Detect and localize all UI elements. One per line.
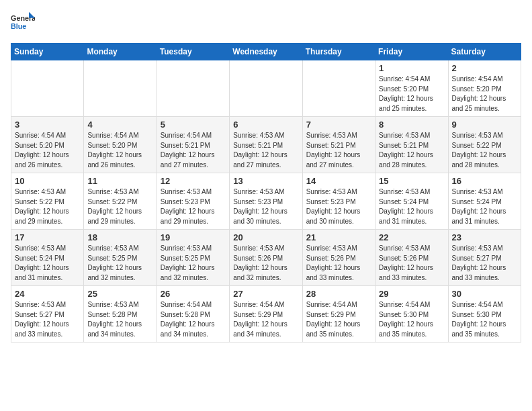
calendar-cell: 14Sunrise: 4:53 AM Sunset: 5:23 PM Dayli… [302, 173, 375, 230]
day-number: 10 [15, 176, 80, 186]
day-number: 15 [379, 176, 444, 186]
logo-icon: GeneralBlue [11, 11, 35, 35]
day-number: 1 [379, 63, 444, 73]
day-number: 20 [233, 232, 298, 242]
day-number: 5 [161, 120, 226, 130]
day-info: Sunrise: 4:53 AM Sunset: 5:26 PM Dayligh… [379, 244, 444, 283]
calendar-week-row: 24Sunrise: 4:53 AM Sunset: 5:27 PM Dayli… [11, 286, 521, 342]
calendar-cell: 27Sunrise: 4:54 AM Sunset: 5:29 PM Dayli… [230, 286, 302, 342]
weekday-header: Thursday [302, 44, 375, 60]
day-number: 23 [452, 232, 517, 242]
calendar-cell: 3Sunrise: 4:54 AM Sunset: 5:20 PM Daylig… [11, 117, 84, 173]
day-info: Sunrise: 4:54 AM Sunset: 5:21 PM Dayligh… [161, 131, 226, 170]
calendar-week-row: 17Sunrise: 4:53 AM Sunset: 5:24 PM Dayli… [11, 230, 521, 286]
day-info: Sunrise: 4:53 AM Sunset: 5:22 PM Dayligh… [15, 187, 80, 226]
day-info: Sunrise: 4:53 AM Sunset: 5:21 PM Dayligh… [233, 131, 298, 170]
day-number: 3 [15, 120, 80, 130]
day-info: Sunrise: 4:54 AM Sunset: 5:29 PM Dayligh… [306, 300, 371, 339]
day-number: 7 [306, 120, 371, 130]
day-info: Sunrise: 4:54 AM Sunset: 5:28 PM Dayligh… [161, 300, 226, 339]
day-info: Sunrise: 4:54 AM Sunset: 5:20 PM Dayligh… [87, 131, 152, 170]
day-info: Sunrise: 4:53 AM Sunset: 5:26 PM Dayligh… [306, 244, 371, 283]
day-info: Sunrise: 4:53 AM Sunset: 5:27 PM Dayligh… [15, 300, 80, 339]
calendar-cell: 16Sunrise: 4:53 AM Sunset: 5:24 PM Dayli… [448, 173, 521, 230]
day-number: 11 [87, 176, 152, 186]
calendar-cell: 1Sunrise: 4:54 AM Sunset: 5:20 PM Daylig… [375, 60, 448, 117]
day-number: 12 [161, 176, 226, 186]
calendar-week-row: 3Sunrise: 4:54 AM Sunset: 5:20 PM Daylig… [11, 117, 521, 173]
day-number: 14 [306, 176, 371, 186]
day-number: 28 [306, 289, 371, 299]
day-number: 30 [452, 289, 517, 299]
calendar-cell [84, 60, 157, 117]
calendar-week-row: 1Sunrise: 4:54 AM Sunset: 5:20 PM Daylig… [11, 60, 521, 117]
day-number: 26 [161, 289, 226, 299]
weekday-header: Sunday [11, 44, 84, 60]
calendar-cell: 10Sunrise: 4:53 AM Sunset: 5:22 PM Dayli… [11, 173, 84, 230]
day-info: Sunrise: 4:53 AM Sunset: 5:22 PM Dayligh… [452, 131, 517, 170]
day-info: Sunrise: 4:54 AM Sunset: 5:20 PM Dayligh… [15, 131, 80, 170]
day-number: 21 [306, 232, 371, 242]
calendar-cell: 11Sunrise: 4:53 AM Sunset: 5:22 PM Dayli… [84, 173, 157, 230]
calendar-cell: 2Sunrise: 4:54 AM Sunset: 5:20 PM Daylig… [448, 60, 521, 117]
day-number: 4 [87, 120, 152, 130]
day-info: Sunrise: 4:53 AM Sunset: 5:24 PM Dayligh… [452, 187, 517, 226]
calendar-cell: 29Sunrise: 4:54 AM Sunset: 5:30 PM Dayli… [375, 286, 448, 342]
calendar-cell: 30Sunrise: 4:54 AM Sunset: 5:30 PM Dayli… [448, 286, 521, 342]
calendar-cell: 5Sunrise: 4:54 AM Sunset: 5:21 PM Daylig… [157, 117, 229, 173]
weekday-header: Friday [375, 44, 448, 60]
logo: GeneralBlue [11, 11, 35, 35]
day-number: 2 [452, 63, 517, 73]
calendar-cell: 24Sunrise: 4:53 AM Sunset: 5:27 PM Dayli… [11, 286, 84, 342]
day-info: Sunrise: 4:53 AM Sunset: 5:22 PM Dayligh… [87, 187, 152, 226]
day-info: Sunrise: 4:53 AM Sunset: 5:26 PM Dayligh… [233, 244, 298, 283]
day-number: 17 [15, 232, 80, 242]
day-info: Sunrise: 4:54 AM Sunset: 5:29 PM Dayligh… [233, 300, 298, 339]
calendar-cell: 12Sunrise: 4:53 AM Sunset: 5:23 PM Dayli… [157, 173, 229, 230]
calendar-cell: 28Sunrise: 4:54 AM Sunset: 5:29 PM Dayli… [302, 286, 375, 342]
day-info: Sunrise: 4:54 AM Sunset: 5:20 PM Dayligh… [379, 75, 444, 113]
calendar-cell: 19Sunrise: 4:53 AM Sunset: 5:25 PM Dayli… [157, 230, 229, 286]
day-number: 25 [87, 289, 152, 299]
day-info: Sunrise: 4:53 AM Sunset: 5:25 PM Dayligh… [161, 244, 226, 283]
calendar-cell: 13Sunrise: 4:53 AM Sunset: 5:23 PM Dayli… [230, 173, 302, 230]
day-info: Sunrise: 4:53 AM Sunset: 5:23 PM Dayligh… [306, 187, 371, 226]
weekday-header: Tuesday [157, 44, 229, 60]
day-number: 27 [233, 289, 298, 299]
day-info: Sunrise: 4:54 AM Sunset: 5:30 PM Dayligh… [452, 300, 517, 339]
day-number: 9 [452, 120, 517, 130]
calendar-week-row: 10Sunrise: 4:53 AM Sunset: 5:22 PM Dayli… [11, 173, 521, 230]
calendar-cell [11, 60, 84, 117]
calendar-cell: 21Sunrise: 4:53 AM Sunset: 5:26 PM Dayli… [302, 230, 375, 286]
calendar-cell: 4Sunrise: 4:54 AM Sunset: 5:20 PM Daylig… [84, 117, 157, 173]
day-number: 16 [452, 176, 517, 186]
day-info: Sunrise: 4:53 AM Sunset: 5:23 PM Dayligh… [161, 187, 226, 226]
calendar-cell: 7Sunrise: 4:53 AM Sunset: 5:21 PM Daylig… [302, 117, 375, 173]
calendar-cell: 20Sunrise: 4:53 AM Sunset: 5:26 PM Dayli… [230, 230, 302, 286]
calendar-cell [157, 60, 229, 117]
day-info: Sunrise: 4:53 AM Sunset: 5:25 PM Dayligh… [87, 244, 152, 283]
day-number: 18 [87, 232, 152, 242]
calendar-cell [230, 60, 302, 117]
day-number: 22 [379, 232, 444, 242]
day-number: 29 [379, 289, 444, 299]
day-info: Sunrise: 4:53 AM Sunset: 5:23 PM Dayligh… [233, 187, 298, 226]
day-number: 8 [379, 120, 444, 130]
calendar-cell: 15Sunrise: 4:53 AM Sunset: 5:24 PM Dayli… [375, 173, 448, 230]
day-info: Sunrise: 4:53 AM Sunset: 5:28 PM Dayligh… [87, 300, 152, 339]
day-number: 24 [15, 289, 80, 299]
day-number: 6 [233, 120, 298, 130]
weekday-header: Wednesday [230, 44, 302, 60]
weekday-header-row: SundayMondayTuesdayWednesdayThursdayFrid… [11, 44, 521, 60]
calendar-cell: 23Sunrise: 4:53 AM Sunset: 5:27 PM Dayli… [448, 230, 521, 286]
calendar-cell: 8Sunrise: 4:53 AM Sunset: 5:21 PM Daylig… [375, 117, 448, 173]
day-info: Sunrise: 4:53 AM Sunset: 5:21 PM Dayligh… [306, 131, 371, 170]
day-info: Sunrise: 4:53 AM Sunset: 5:24 PM Dayligh… [379, 187, 444, 226]
calendar-cell [302, 60, 375, 117]
day-number: 19 [161, 232, 226, 242]
weekday-header: Monday [84, 44, 157, 60]
day-info: Sunrise: 4:53 AM Sunset: 5:27 PM Dayligh… [452, 244, 517, 283]
day-info: Sunrise: 4:53 AM Sunset: 5:24 PM Dayligh… [15, 244, 80, 283]
calendar-cell: 17Sunrise: 4:53 AM Sunset: 5:24 PM Dayli… [11, 230, 84, 286]
calendar: SundayMondayTuesdayWednesdayThursdayFrid… [11, 43, 521, 342]
